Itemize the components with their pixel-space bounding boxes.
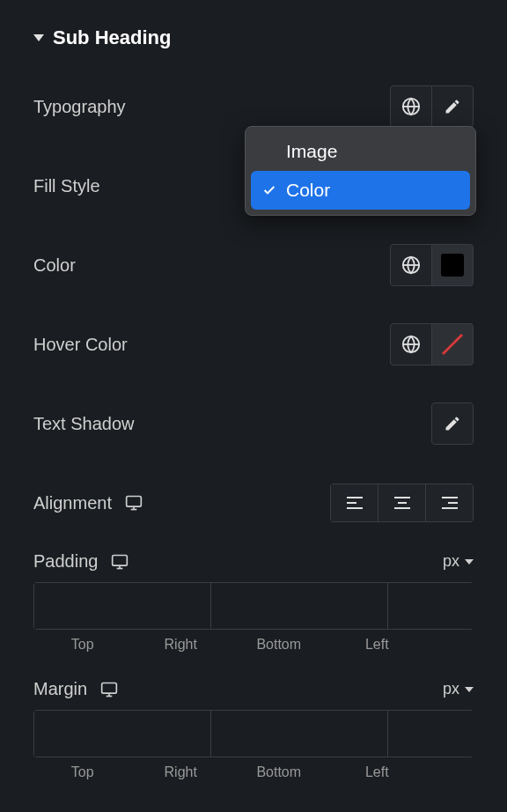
margin-unit-select[interactable]: px: [443, 680, 474, 698]
padding-bottom-label: Bottom: [230, 637, 328, 653]
fill-style-dropdown: Image Color: [245, 126, 476, 216]
chevron-down-icon: [465, 687, 474, 692]
alignment-controls: [330, 484, 474, 522]
alignment-row: Alignment: [33, 481, 474, 525]
check-icon: [261, 183, 277, 197]
typography-label: Typography: [33, 97, 126, 117]
margin-top-label: Top: [33, 764, 132, 780]
align-right-icon: [441, 496, 459, 510]
svg-rect-19: [113, 555, 128, 565]
hover-color-label: Hover Color: [33, 335, 128, 355]
margin-unit-value: px: [443, 680, 459, 698]
hover-color-row: Hover Color: [33, 322, 474, 366]
margin-label: Margin: [33, 679, 87, 699]
margin-left-label: Left: [328, 764, 427, 780]
padding-top-input[interactable]: [33, 582, 211, 630]
text-shadow-edit-button[interactable]: [431, 402, 474, 445]
padding-label: Padding: [33, 551, 98, 572]
caret-down-icon: [33, 34, 44, 41]
color-global-button[interactable]: [390, 244, 432, 286]
margin-right-input[interactable]: [210, 710, 388, 757]
margin-right-label: Right: [132, 764, 231, 780]
color-row: Color: [33, 243, 474, 287]
hover-color-global-button[interactable]: [390, 323, 432, 365]
padding-left-label: Left: [328, 637, 427, 653]
typography-global-button[interactable]: [390, 85, 432, 128]
padding-unit-value: px: [443, 552, 459, 571]
svg-rect-7: [127, 497, 142, 507]
svg-line-6: [443, 335, 462, 354]
text-shadow-controls: [431, 402, 474, 445]
padding-top-label: Top: [33, 637, 132, 653]
desktop-icon: [124, 494, 143, 512]
text-shadow-label: Text Shadow: [33, 414, 135, 434]
pencil-icon: [444, 98, 461, 115]
padding-right-label: Right: [132, 637, 231, 653]
align-left-icon: [346, 496, 364, 510]
hover-color-swatch[interactable]: [431, 323, 474, 365]
text-shadow-row: Text Shadow: [33, 402, 474, 446]
color-swatch[interactable]: [431, 244, 474, 286]
padding-inputs: [33, 582, 474, 630]
alignment-label: Alignment: [33, 493, 112, 513]
no-color-icon: [439, 331, 466, 358]
svg-rect-22: [102, 683, 117, 693]
margin-inputs: [33, 710, 474, 757]
typography-controls: [391, 85, 474, 128]
hover-color-controls: [391, 323, 474, 365]
responsive-device-button[interactable]: [124, 494, 143, 512]
globe-icon: [401, 335, 421, 354]
desktop-icon: [99, 681, 119, 698]
align-center-icon: [393, 496, 411, 510]
dropdown-option-label: Image: [286, 141, 337, 162]
fill-style-label: Fill Style: [33, 176, 100, 196]
desktop-icon: [110, 553, 129, 571]
padding-responsive-button[interactable]: [110, 553, 129, 571]
padding-bottom-input[interactable]: [387, 582, 474, 630]
padding-right-input[interactable]: [210, 582, 388, 630]
chevron-down-icon: [465, 559, 474, 565]
dropdown-option-label: Color: [286, 180, 330, 201]
margin-top-input[interactable]: [33, 710, 211, 757]
dropdown-option-color[interactable]: Color: [251, 171, 470, 210]
margin-bottom-label: Bottom: [230, 764, 328, 780]
color-swatch-preview: [441, 254, 464, 277]
pencil-icon: [444, 415, 461, 432]
align-center-button[interactable]: [378, 484, 426, 522]
section-header[interactable]: Sub Heading: [33, 26, 474, 49]
padding-unit-select[interactable]: px: [443, 552, 474, 571]
margin-section: Margin px Top Right B: [33, 679, 474, 780]
typography-row: Typography: [33, 85, 474, 129]
margin-bottom-input[interactable]: [387, 710, 474, 757]
margin-responsive-button[interactable]: [99, 681, 119, 698]
globe-icon: [401, 255, 421, 275]
padding-section: Padding px Top Right: [33, 551, 474, 653]
color-label: Color: [33, 255, 76, 276]
dropdown-option-image[interactable]: Image: [251, 132, 470, 171]
align-left-button[interactable]: [330, 484, 378, 522]
section-title: Sub Heading: [53, 26, 171, 49]
globe-icon: [401, 97, 421, 116]
align-right-button[interactable]: [425, 484, 474, 522]
typography-edit-button[interactable]: [431, 85, 474, 128]
color-controls: [391, 244, 474, 286]
